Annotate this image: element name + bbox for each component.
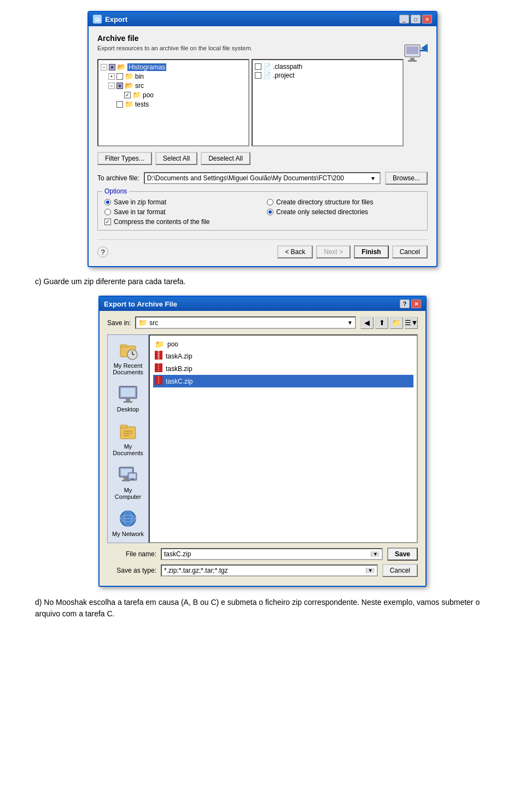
file-item-project[interactable]: 📄 .project	[255, 71, 400, 80]
label-histogramas: Histogramas	[127, 63, 166, 71]
tree-item-tests[interactable]: 📁 tests	[101, 99, 246, 109]
bottom-fields: File name: taskC.zip ▼ Save Save as type…	[107, 548, 418, 577]
options-group: Options Save in zip format Create direc	[97, 191, 428, 231]
save-button[interactable]: Save	[387, 548, 418, 561]
paragraph-c: c) Guarde um zip diferente para cada tar…	[22, 277, 503, 286]
radio-create-selected[interactable]	[267, 209, 273, 215]
view-button[interactable]: ☰▼	[405, 317, 418, 329]
tree-item-histogramas[interactable]: − ■ 📂 Histogramas	[101, 62, 246, 72]
save-in-label: Save in:	[107, 319, 131, 327]
label-poo: poo	[143, 91, 154, 99]
folder-icon-bin: 📁	[125, 72, 133, 80]
save-in-arrow[interactable]: ▼	[347, 320, 353, 326]
minimize-button[interactable]: _	[399, 15, 409, 23]
file-label-classpath: .classpath	[273, 63, 302, 70]
folder-icon-histogramas: 📂	[117, 63, 126, 71]
tree-pane[interactable]: − ■ 📂 Histogramas + 📁 bin	[97, 59, 249, 146]
folder-icon-tests: 📁	[125, 100, 133, 108]
radio-create-dir[interactable]	[267, 199, 273, 205]
panes-row: − ■ 📂 Histogramas + 📁 bin	[97, 59, 404, 146]
file-name-arrow[interactable]: ▼	[371, 551, 380, 557]
sidebar-item-mydocs[interactable]: My Documents	[110, 421, 146, 456]
save-type-label: Save as type:	[107, 567, 156, 574]
label-src: src	[135, 82, 144, 90]
main-file-pane[interactable]: 📁 poo taskA.zip	[149, 334, 418, 543]
dialog2-titlebar-buttons: ? ✕	[400, 299, 421, 308]
check-compress[interactable]	[104, 219, 111, 225]
sidebar-item-mynet[interactable]: My Network	[112, 509, 144, 537]
label-save-zip: Save in zip format	[114, 198, 166, 206]
save-type-arrow[interactable]: ▼	[366, 568, 375, 573]
file-item-classpath[interactable]: 📄 .classpath	[255, 62, 400, 71]
save-type-value: *.zip;*.tar.gz;*.tar;*.tgz	[164, 567, 364, 574]
file-entry-taskC[interactable]: taskC.zip	[153, 375, 413, 387]
expand-src[interactable]: −	[108, 83, 115, 89]
export-icon	[404, 43, 428, 65]
dialog2-help-button[interactable]: ?	[400, 299, 410, 308]
file-name-value: taskC.zip	[164, 550, 369, 558]
browse-button[interactable]: Browse...	[385, 172, 428, 185]
file-name-combo[interactable]: taskC.zip ▼	[161, 548, 383, 560]
finish-button[interactable]: Finish	[354, 245, 388, 258]
filter-types-button[interactable]: Filter Types...	[97, 152, 152, 165]
footer-buttons: < Back Next > Finish Cancel	[277, 245, 428, 258]
sidebar-item-desktop[interactable]: Desktop	[117, 384, 139, 413]
close-button[interactable]: ✕	[422, 15, 432, 23]
dialog2-titlebar: Export to Archive File ? ✕	[100, 297, 425, 311]
file-entry-taskB[interactable]: taskB.zip	[153, 362, 413, 375]
dialog-header-desc: Export resources to an archive file on t…	[97, 45, 428, 51]
export-dialog: 🗂 Export _ □ ✕ Archive file Export resou…	[88, 11, 438, 267]
help-button[interactable]: ?	[97, 246, 108, 257]
file-icon-project: 📄	[263, 72, 271, 79]
expand-histogramas[interactable]: −	[101, 64, 107, 70]
archive-value: D:\Documents and Settings\Miguel Goulão\…	[147, 174, 369, 182]
svg-rect-15	[120, 425, 127, 428]
tree-item-src[interactable]: − ■ 📂 src	[101, 81, 246, 90]
radio-save-tar[interactable]	[104, 209, 111, 215]
back-button[interactable]: < Back	[277, 245, 313, 258]
dialog2-close-button[interactable]: ✕	[411, 299, 421, 308]
file-entry-poo[interactable]: 📁 poo	[153, 339, 413, 350]
archive-combo-arrow[interactable]: ▼	[369, 175, 377, 181]
save-in-combo[interactable]: 📁 src ▼	[135, 316, 356, 329]
check-poo[interactable]	[124, 92, 131, 98]
expand-bin[interactable]: +	[108, 73, 115, 80]
tree-item-poo[interactable]: 📁 poo	[101, 90, 246, 99]
radio-save-zip[interactable]	[104, 199, 111, 205]
file-label-taskA: taskA.zip	[166, 352, 192, 360]
sidebar-label-mycomp: My Computer	[110, 487, 146, 500]
sidebar-item-mycomp[interactable]: My Computer	[110, 465, 146, 500]
label-create-dir: Create directory structure for files	[276, 198, 373, 206]
cancel-button[interactable]: Cancel	[392, 245, 428, 258]
nav-back-button[interactable]: ◀	[360, 317, 374, 329]
dialog2-title: Export to Archive File	[104, 300, 177, 308]
options-legend: Options	[102, 187, 129, 195]
check-project[interactable]	[255, 72, 261, 79]
check-src[interactable]: ■	[116, 83, 123, 89]
nav-up-button[interactable]: ⬆	[375, 317, 388, 329]
label-tests: tests	[135, 101, 149, 108]
deselect-all-button[interactable]: Deselect All	[201, 152, 250, 165]
check-bin[interactable]	[116, 73, 123, 80]
label-compress: Compress the contents of the file	[114, 218, 209, 226]
sidebar-item-recent[interactable]: My RecentDocuments	[113, 340, 143, 375]
file-entry-taskA[interactable]: taskA.zip	[153, 350, 413, 362]
select-all-button[interactable]: Select All	[155, 152, 197, 165]
new-folder-button[interactable]: 📁	[390, 317, 403, 329]
dialog2-cancel-button[interactable]: Cancel	[382, 564, 418, 577]
next-button[interactable]: Next >	[316, 245, 351, 258]
folder-icon-src: 📂	[125, 81, 133, 90]
files-pane[interactable]: 📄 .classpath 📄 .project	[252, 59, 404, 146]
dialog-title: Export	[105, 15, 127, 23]
check-tests[interactable]	[116, 101, 123, 108]
sidebar-label-desktop: Desktop	[117, 406, 139, 413]
save-type-combo[interactable]: *.zip;*.tar.gz;*.tar;*.tgz ▼	[161, 564, 378, 576]
tree-item-bin[interactable]: + 📁 bin	[101, 72, 246, 81]
check-classpath[interactable]	[255, 63, 261, 70]
sidebar-label-mydocs: My Documents	[110, 443, 146, 456]
check-histogramas[interactable]: ■	[109, 64, 115, 70]
mynet-icon	[118, 509, 138, 528]
dialog-titlebar: 🗂 Export _ □ ✕	[89, 12, 436, 26]
maximize-button[interactable]: □	[411, 15, 421, 23]
option-create-selected: Create only selected directories	[267, 208, 421, 216]
